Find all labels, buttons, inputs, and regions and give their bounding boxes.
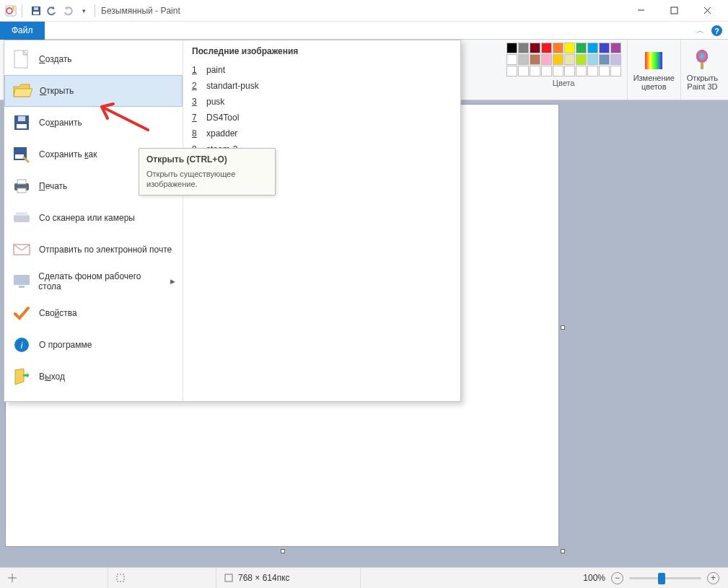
recent-item[interactable]: 3pusk xyxy=(192,94,452,110)
redo-icon[interactable] xyxy=(61,4,74,17)
paint3d-icon xyxy=(690,49,714,72)
color-swatch[interactable] xyxy=(564,66,575,76)
zoom-out-button[interactable]: − xyxy=(611,572,623,584)
colors-group: Цвета xyxy=(501,40,628,100)
recent-name: DS4Tool xyxy=(206,113,239,123)
recent-item[interactable]: 2standart-pusk xyxy=(192,78,452,94)
svg-point-12 xyxy=(696,50,708,63)
svg-rect-2 xyxy=(12,6,14,11)
svg-rect-21 xyxy=(17,180,26,184)
color-swatch[interactable] xyxy=(518,66,529,76)
resize-handle-bottom[interactable] xyxy=(281,549,285,553)
color-swatch[interactable] xyxy=(530,66,540,76)
recent-name: paint xyxy=(206,65,225,75)
color-swatch[interactable] xyxy=(576,54,587,65)
printer-icon xyxy=(12,176,32,196)
color-swatch[interactable] xyxy=(599,66,610,76)
color-swatch[interactable] xyxy=(553,43,563,53)
collapse-ribbon-icon[interactable]: ︿ xyxy=(696,25,704,36)
zoom-slider[interactable] xyxy=(629,577,701,579)
svg-rect-17 xyxy=(18,116,25,121)
edit-colors-button[interactable]: Изменение цветов xyxy=(628,40,681,100)
menu-scanner: Со сканера или камеры xyxy=(4,202,183,234)
color-swatch[interactable] xyxy=(518,43,529,53)
ribbon-tabs: Файл ︿ ? xyxy=(0,22,728,40)
resize-handle-corner[interactable] xyxy=(561,549,565,553)
submenu-arrow-icon: ▶ xyxy=(170,278,175,285)
resize-handle-right[interactable] xyxy=(561,325,565,330)
menu-create[interactable]: Создать xyxy=(4,43,183,75)
recent-name: standart-pusk xyxy=(206,81,259,91)
color-swatch[interactable] xyxy=(541,66,552,76)
svg-rect-32 xyxy=(117,574,124,582)
recent-item[interactable]: 8xpadder xyxy=(192,126,452,141)
svg-rect-26 xyxy=(14,275,30,285)
color-swatch[interactable] xyxy=(530,43,540,53)
color-swatch[interactable] xyxy=(541,43,552,53)
file-tab[interactable]: Файл xyxy=(0,22,45,40)
zoom-value: 100% xyxy=(583,573,605,583)
save-icon[interactable] xyxy=(30,4,43,17)
status-dimensions: 768 × 614пкс xyxy=(216,568,361,588)
svg-rect-10 xyxy=(645,52,662,69)
help-icon[interactable]: ? xyxy=(711,25,722,36)
color-swatch[interactable] xyxy=(506,66,517,76)
window-title: Безымянный - Paint xyxy=(101,6,180,16)
desktop-icon xyxy=(12,271,31,291)
color-swatch[interactable] xyxy=(599,54,610,65)
color-swatch[interactable] xyxy=(587,54,598,65)
scanner-icon xyxy=(12,208,32,228)
color-swatch[interactable] xyxy=(587,43,598,53)
close-button[interactable] xyxy=(690,0,724,22)
color-swatch[interactable] xyxy=(564,54,575,65)
status-cursor-pos xyxy=(0,568,108,588)
recent-index: 3 xyxy=(192,97,199,107)
color-swatch[interactable] xyxy=(576,66,587,76)
menu-about[interactable]: i О программе xyxy=(4,329,183,361)
color-swatch[interactable] xyxy=(530,54,540,65)
file-menu-right: Последние изображения 1paint2standart-pu… xyxy=(183,40,460,401)
open-folder-icon xyxy=(12,81,32,101)
color-swatch[interactable] xyxy=(599,43,610,53)
undo-icon[interactable] xyxy=(45,4,58,17)
menu-save[interactable]: Сохранить xyxy=(4,107,183,139)
color-swatch[interactable] xyxy=(610,43,621,53)
color-swatch[interactable] xyxy=(610,66,621,76)
cursor-pos-icon xyxy=(7,573,17,583)
status-bar: 768 × 614пкс 100% − + xyxy=(0,567,728,588)
app-icon xyxy=(4,4,17,17)
menu-open[interactable]: Открыть xyxy=(4,75,183,107)
open-paint3d-button[interactable]: Открыть Paint 3D xyxy=(681,40,724,100)
recent-item[interactable]: 1paint xyxy=(192,62,452,78)
minimize-button[interactable] xyxy=(624,0,657,22)
recent-name: pusk xyxy=(206,97,224,107)
zoom-slider-thumb[interactable] xyxy=(658,573,665,584)
recent-name: xpadder xyxy=(206,128,237,139)
menu-wallpaper: Сделать фоном рабочего стола ▶ xyxy=(4,266,183,297)
color-swatch[interactable] xyxy=(553,54,563,65)
quick-access-toolbar: ▾ xyxy=(30,4,90,17)
color-swatch[interactable] xyxy=(506,43,517,53)
color-swatch[interactable] xyxy=(518,54,529,65)
color-swatch[interactable] xyxy=(506,54,517,65)
color-swatch[interactable] xyxy=(553,66,563,76)
customize-qa-icon[interactable]: ▾ xyxy=(77,4,90,17)
color-swatch[interactable] xyxy=(564,43,575,53)
save-as-icon xyxy=(12,144,32,164)
svg-rect-33 xyxy=(225,574,232,582)
new-file-icon xyxy=(12,49,32,69)
recent-index: 2 xyxy=(192,81,199,91)
svg-rect-13 xyxy=(701,62,703,69)
color-swatch[interactable] xyxy=(541,54,552,65)
recent-index: 1 xyxy=(192,65,199,75)
color-swatch[interactable] xyxy=(610,54,621,65)
zoom-in-button[interactable]: + xyxy=(707,572,719,584)
svg-rect-19 xyxy=(15,154,24,159)
menu-exit[interactable]: Выход xyxy=(4,361,183,392)
color-swatch[interactable] xyxy=(576,43,587,53)
recent-index: 8 xyxy=(192,128,199,139)
maximize-button[interactable] xyxy=(657,0,690,22)
color-swatch[interactable] xyxy=(587,66,598,76)
menu-properties[interactable]: Свойства xyxy=(4,297,183,329)
recent-item[interactable]: 7DS4Tool xyxy=(192,110,452,126)
